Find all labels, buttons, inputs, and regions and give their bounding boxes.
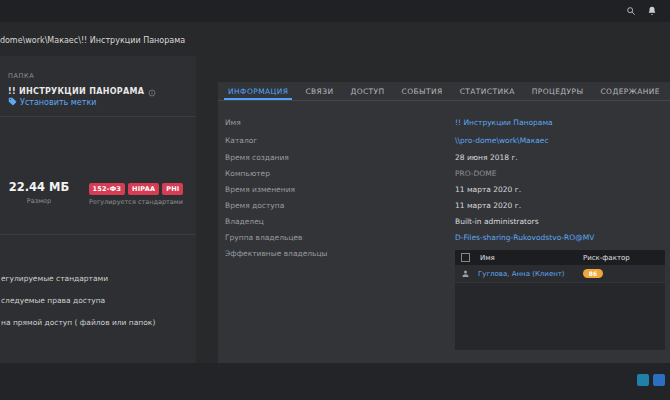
column-header-name[interactable]: Имя [480, 254, 495, 262]
standards-badge-row: 152-ФЗ HIPAA PHI [82, 183, 190, 195]
tab-access[interactable]: ДОСТУП [346, 82, 388, 100]
info-row-created: Время создания 28 июня 2018 г. [218, 153, 670, 167]
info-label: Компьютер [225, 169, 270, 178]
info-label: Время создания [225, 153, 289, 162]
tag-icon [8, 97, 17, 108]
table-row[interactable]: Гуглова, Анна (Клиент) 86 [455, 265, 665, 283]
info-value-catalog-link[interactable]: \\pro-dome\work\Макаес [455, 136, 549, 145]
info-value-name-link[interactable]: !! Инструкции Панорама [455, 118, 553, 127]
info-label: Эффективные владельцы [225, 249, 328, 258]
set-labels-link[interactable]: Установить метки [8, 97, 96, 108]
effective-owners-table: Имя Риск-фактор Гуглова, Анна (Клиент) 8… [455, 250, 665, 350]
search-icon[interactable] [625, 5, 637, 17]
set-labels-label: Установить метки [20, 98, 96, 107]
tab-contents[interactable]: СОДЕРЖАНИЕ [596, 82, 663, 100]
details-panel: ИНФОРМАЦИЯ СВЯЗИ ДОСТУП СОБЫТИЯ СТАТИСТИ… [218, 82, 670, 363]
standard-badge-hipaa[interactable]: HIPAA [128, 183, 159, 195]
user-icon [461, 269, 470, 278]
info-value-computer: PRO-DOME [455, 169, 496, 178]
info-row-owner-group: Группа владельцев D-Files-sharing-Rukovo… [218, 233, 670, 247]
size-stat: 22.44 МБ Размер [6, 180, 72, 205]
info-value-created: 28 июня 2018 г. [455, 153, 518, 162]
info-label: Время доступа [225, 201, 284, 210]
size-value: 22.44 МБ [6, 180, 72, 194]
standard-badge-phi[interactable]: PHI [162, 183, 183, 195]
select-all-checkbox[interactable] [461, 253, 470, 262]
info-label: Каталог [225, 136, 257, 145]
info-row-computer: Компьютер PRO-DOME [218, 169, 670, 183]
sidebar-item-direct-access[interactable]: на прямой доступ ( файлов или папок) [1, 318, 201, 327]
tab-statistics[interactable]: СТАТИСТИКА [456, 82, 519, 100]
table-header-row: Имя Риск-фактор [455, 250, 665, 265]
sidebar-panel: ПАПКА !! ИНСТРУКЦИИ ПАНОРАМА Установить … [0, 56, 196, 363]
info-label: Время изменения [225, 185, 295, 194]
bottom-strip [0, 363, 670, 400]
sidebar-divider [0, 116, 196, 117]
info-value-accessed: 11 марта 2020 г. [455, 201, 521, 210]
info-row-accessed: Время доступа 11 марта 2020 г. [218, 201, 670, 215]
info-value-owner-group-link[interactable]: D-Files-sharing-Rukovodstvo-RO@MV [455, 233, 594, 242]
folder-info-icon[interactable] [148, 82, 156, 101]
info-row-modified: Время изменения 11 марта 2020 г. [218, 185, 670, 199]
sidebar-item-regulated-standards[interactable]: егулируемые стандартами [1, 274, 201, 283]
standards-stat: 152-ФЗ HIPAA PHI Регулируется стандартам… [82, 183, 190, 206]
widget-button-2[interactable] [653, 374, 665, 386]
info-value-owner: Built-in administrators [455, 217, 539, 226]
widget-button-1[interactable] [637, 374, 649, 386]
breadcrumb: -dome\work\Макаес\!! Инструкции Панорама [0, 36, 185, 45]
risk-factor-badge: 86 [583, 269, 603, 278]
tab-procedures[interactable]: ПРОЦЕДУРЫ [528, 82, 588, 100]
sidebar-section-label: ПАПКА [8, 72, 34, 80]
info-row-name: Имя !! Инструкции Панорама [218, 118, 670, 132]
info-row-owner: Владелец Built-in administrators [218, 217, 670, 231]
info-label: Группа владельцев [225, 233, 303, 242]
owner-name-link[interactable]: Гуглова, Анна (Клиент) [478, 270, 565, 278]
info-label: Владелец [225, 217, 264, 226]
tab-events[interactable]: СОБЫТИЯ [398, 82, 447, 100]
tab-relations[interactable]: СВЯЗИ [301, 82, 337, 100]
info-row-catalog: Каталог \\pro-dome\work\Макаес [218, 136, 670, 150]
standard-badge-152fz[interactable]: 152-ФЗ [89, 183, 126, 195]
tab-information[interactable]: ИНФОРМАЦИЯ [224, 82, 292, 100]
size-caption: Размер [6, 197, 72, 205]
sidebar-item-inherited-permissions[interactable]: следуемые права доступа [1, 296, 201, 305]
tab-bar: ИНФОРМАЦИЯ СВЯЗИ ДОСТУП СОБЫТИЯ СТАТИСТИ… [218, 82, 670, 101]
info-value-modified: 11 марта 2020 г. [455, 185, 521, 194]
folder-title: !! ИНСТРУКЦИИ ПАНОРАМА [8, 87, 144, 96]
corner-widget-buttons [637, 374, 665, 386]
info-label: Имя [225, 118, 241, 127]
column-header-risk-factor[interactable]: Риск-фактор [583, 254, 630, 262]
standards-caption: Регулируется стандартами [82, 198, 190, 206]
sidebar-divider [0, 234, 196, 235]
top-bar [0, 0, 670, 22]
notifications-bell-icon[interactable] [646, 5, 658, 17]
